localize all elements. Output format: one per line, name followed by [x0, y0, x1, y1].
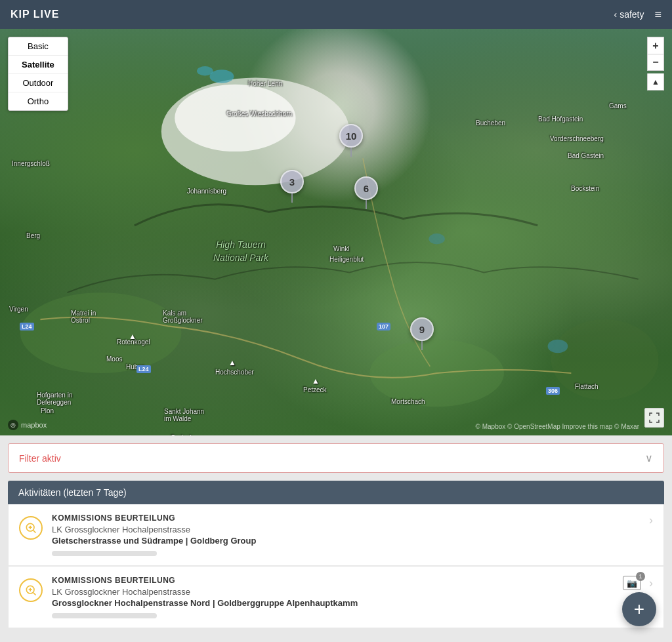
pin-bubble-9: 9: [410, 317, 434, 341]
pin-bubble-10: 10: [339, 124, 363, 148]
app-title: KIP LIVE: [10, 9, 59, 20]
map-pin-3[interactable]: 3: [280, 170, 304, 203]
svg-line-14: [33, 593, 36, 595]
layer-basic[interactable]: Basic: [9, 37, 68, 56]
activity-item-2[interactable]: KOMMISSIONS BEURTEILUNG LK Grossglockner…: [8, 566, 664, 628]
activity-content-2: KOMMISSIONS BEURTEILUNG LK Grossglockner…: [52, 576, 614, 618]
activity-type-1: KOMMISSIONS BEURTEILUNG: [52, 513, 640, 523]
fab-add-button[interactable]: +: [622, 592, 656, 626]
pin-tail-9: [421, 341, 423, 350]
app-header: KIP LIVE ‹ safety ≡: [0, 0, 672, 29]
back-button[interactable]: ‹ safety: [614, 9, 644, 20]
activity-type-2: KOMMISSIONS BEURTEILUNG: [52, 576, 614, 585]
zoom-out-button[interactable]: −: [647, 54, 664, 71]
road-badge-l24: L24: [20, 323, 34, 331]
layer-satellite[interactable]: Satellite: [9, 56, 68, 74]
map-pin-6[interactable]: 6: [354, 176, 378, 209]
zoom-in-button[interactable]: +: [647, 37, 664, 54]
activity-progress-2: [52, 613, 157, 618]
svg-line-10: [33, 531, 36, 533]
activity-name-2: Grossglockner Hochalpenstrasse Nord | Go…: [52, 598, 614, 608]
activity-content-1: KOMMISSIONS BEURTEILUNG LK Grossglockner…: [52, 513, 640, 556]
svg-point-7: [548, 340, 568, 353]
pin-bubble-3: 3: [280, 170, 304, 193]
compass-button[interactable]: ▲: [647, 73, 664, 90]
activity-chevron-icon-2: ›: [649, 576, 653, 590]
map-pin-10[interactable]: 10: [339, 124, 363, 157]
filter-chevron-icon: ∨: [645, 452, 653, 464]
mountain-icon-hochschober: ▲: [228, 358, 236, 367]
header-right: ‹ safety ≡: [614, 8, 662, 22]
svg-point-6: [197, 66, 213, 75]
mountain-icon-rotenkogel: ▲: [129, 332, 136, 341]
pin-tail-10: [350, 148, 352, 157]
camera-badge: 📷 1: [623, 576, 641, 590]
road-badge-b306: 306: [546, 387, 560, 395]
map-container[interactable]: Basic Satellite Outdoor Ortho + − ▲ 10 3…: [0, 29, 672, 435]
activity-icon-1: [19, 516, 43, 540]
mapbox-logo: ◎ mapbox: [8, 420, 47, 430]
activities-section: Aktivitäten (letzten 7 Tage) KOMMISSIONS…: [8, 481, 664, 628]
mountain-icon-petzeck: ▲: [312, 376, 320, 386]
activity-chevron-icon-1: ›: [649, 513, 653, 527]
road-badge-b107: 107: [377, 323, 390, 331]
map-overlay: [0, 29, 672, 435]
map-attribution: © Mapbox © OpenStreetMap Improve this ma…: [476, 423, 639, 430]
back-label: safety: [620, 9, 644, 20]
pin-tail-6: [366, 200, 367, 209]
svg-point-5: [209, 70, 234, 83]
activity-right-2: 📷 1 ›: [623, 576, 653, 590]
map-controls: + − ▲: [647, 37, 664, 90]
map-pin-9[interactable]: 9: [410, 317, 434, 350]
menu-icon[interactable]: ≡: [654, 8, 662, 22]
activity-location-2: LK Grossglockner Hochalpenstrasse: [52, 587, 614, 597]
activity-right-1: ›: [649, 513, 653, 527]
filter-bar[interactable]: Filter aktiv ∨: [8, 443, 664, 473]
activity-name-1: Gletscherstrasse und Südrampe | Goldberg…: [52, 536, 640, 546]
layer-ortho[interactable]: Ortho: [9, 92, 68, 110]
layer-outdoor[interactable]: Outdoor: [9, 74, 68, 92]
svg-point-2: [20, 292, 182, 373]
svg-point-1: [175, 85, 295, 151]
activity-location-1: LK Grossglockner Hochalpenstrasse: [52, 525, 640, 534]
filter-label: Filter aktiv: [19, 453, 61, 464]
fullscreen-button[interactable]: [644, 408, 664, 428]
map-layer-selector[interactable]: Basic Satellite Outdoor Ortho: [8, 37, 68, 111]
mapbox-logo-icon: ◎: [8, 420, 18, 430]
road-badge-l24b: L24: [136, 365, 151, 373]
activity-progress-1: [52, 551, 157, 556]
svg-point-4: [551, 319, 659, 400]
camera-count: 1: [636, 572, 645, 581]
mapbox-logo-text: mapbox: [21, 421, 47, 429]
activity-icon-2: [19, 578, 43, 602]
activities-header: Aktivitäten (letzten 7 Tage): [8, 481, 664, 504]
back-chevron-icon: ‹: [614, 9, 617, 20]
svg-point-8: [429, 233, 445, 244]
activity-item-1[interactable]: KOMMISSIONS BEURTEILUNG LK Grossglockner…: [8, 504, 664, 566]
pin-bubble-6: 6: [354, 176, 378, 200]
pin-tail-3: [291, 193, 293, 203]
